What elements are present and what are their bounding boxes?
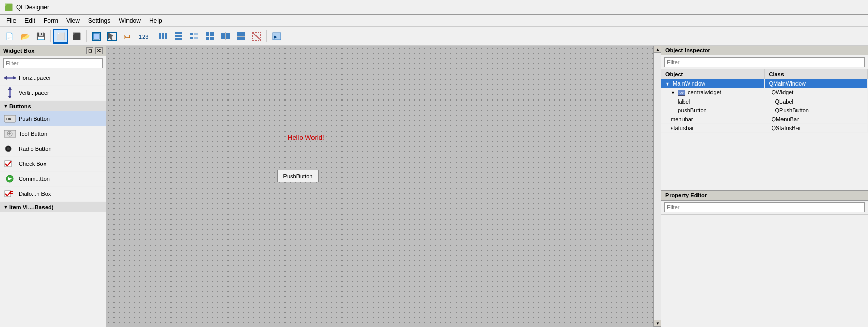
dialog-button-icon [4,188,16,200]
buttons-category[interactable]: ▾ Buttons [0,101,106,111]
toolbar-new[interactable]: 📄 [2,29,17,44]
property-editor-header: Property Editor [661,191,868,201]
app-icon: 🟩 [4,3,13,11]
svg-rect-8 [165,33,167,39]
toolbar-arrow-select[interactable] [105,29,119,44]
svg-rect-12 [190,33,193,35]
svg-point-43 [7,147,10,150]
scroll-up-arrow[interactable]: ▲ [654,46,661,53]
oi-col-object: Object [661,69,765,79]
widget-box: Widget Box ◻ ✕ Horiz...pacer Verti [0,46,106,327]
oi-statusbar-object: statusbar [661,124,767,132]
expand-arrow: ▼ [665,81,670,87]
menu-window[interactable]: Window [115,16,145,25]
object-inspector-title: Object Inspector [665,47,710,53]
menu-settings[interactable]: Settings [84,16,115,25]
toolbar-layout-grid[interactable] [203,29,217,44]
toolbar-signal-mode[interactable]: ⬛ [69,29,83,44]
property-editor-title: Property Editor [665,192,707,198]
menu-help[interactable]: Help [145,16,166,25]
oi-row-centralwidget[interactable]: ▼ W centralwidget QWidget [661,88,868,97]
oi-row-mainwindow[interactable]: ▼ MainWindow QMainWindow [661,79,868,88]
toolbar-sep-4 [266,30,267,42]
widget-box-close-btn[interactable]: ✕ [95,47,103,54]
widget-list: Horiz...pacer Verti...pacer ▾ Buttons OK… [0,70,106,327]
object-inspector-filter-input[interactable] [664,57,865,67]
oi-menubar-class: QMenuBar [767,115,869,123]
toolbar-sep-3 [153,30,153,42]
svg-rect-17 [210,32,214,36]
widget-item-push-button[interactable]: OK Push Button [0,111,106,126]
svg-rect-20 [221,33,225,39]
oi-row-menubar[interactable]: menubar QMenuBar [661,115,868,124]
widget-box-float-btn[interactable]: ◻ [86,47,93,54]
property-editor-filter-input[interactable] [664,202,865,212]
oi-row-statusbar[interactable]: statusbar QStatusBar [661,124,868,133]
item-views-category[interactable]: ▾ Item Vi...-Based) [0,202,106,212]
item-views-label: Item Vi...-Based) [9,204,53,210]
push-button-label: Push Button [19,116,50,122]
svg-rect-6 [159,33,161,39]
object-inspector: Object Inspector Object Class ▼ MainWind… [661,46,868,191]
svg-rect-14 [190,37,193,39]
widget-item-tool-button[interactable]: Tool Button [0,126,106,141]
oi-statusbar-class: QStatusBar [767,124,869,132]
widget-filter-input[interactable] [3,58,103,68]
tool-button-icon [4,128,16,139]
oi-col-class: Class [765,69,869,79]
scroll-track[interactable] [654,53,661,320]
object-inspector-table: Object Class ▼ MainWindow QMainWindow ▼ … [661,69,868,190]
toolbar-sep-1 [50,30,51,42]
menu-view[interactable]: View [62,16,84,25]
widget-item-vert-pacer[interactable]: Verti...pacer [0,86,106,101]
toolbar-layout-hsp[interactable] [218,29,233,44]
widget-box-header: Widget Box ◻ ✕ [0,46,106,56]
canvas-scrollbar[interactable]: ▲ ▼ [653,46,661,327]
push-button-on-canvas[interactable]: PushButton [277,170,319,182]
canvas[interactable]: Hello World! PushButton [106,46,653,327]
toolbar-save[interactable]: 💾 [33,29,48,44]
toolbar-break-layout[interactable] [249,29,264,44]
toolbar-select[interactable] [89,29,104,44]
oi-row-label[interactable]: label QLabel [661,97,868,106]
menu-edit[interactable]: Edit [20,16,39,25]
svg-rect-21 [226,33,230,39]
toolbar-layout-v[interactable] [172,29,186,44]
oi-menubar-object: menubar [661,115,767,123]
svg-rect-7 [162,33,164,39]
oi-row-pushbutton[interactable]: pushButton QPushButton [661,106,868,115]
item-views-arrow: ▾ [4,204,7,210]
toolbar: 📄 📂 💾 ⬜ ⬛ 🏷 123 ▶ [0,27,868,46]
property-editor-filter-area [661,201,868,215]
svg-rect-11 [175,38,182,40]
check-box-icon [4,158,16,169]
tool-button-label: Tool Button [19,131,47,137]
centralwidget-icon: W [678,90,685,96]
toolbar-layout-h[interactable] [156,29,170,44]
widget-box-controls: ◻ ✕ [86,47,103,54]
comm-button-label: Comm...tton [19,176,50,182]
oi-label-class: QLabel [771,97,869,106]
horiz-pacer-label: Horiz...pacer [19,75,51,81]
comm-button-icon [4,173,16,184]
oi-mainwindow-class: QMainWindow [765,79,869,88]
toolbar-widget-mode[interactable]: ⬜ [53,29,68,44]
toolbar-tab-order[interactable]: 123 [136,29,150,44]
widget-item-radio-button[interactable]: Radio Button [0,141,106,157]
toolbar-open[interactable]: 📂 [18,29,32,44]
right-panels: Object Inspector Object Class ▼ MainWind… [661,46,868,327]
widget-item-comm-button[interactable]: Comm...tton [0,172,106,187]
toolbar-connect[interactable]: 🏷 [120,29,135,44]
svg-rect-24 [237,37,245,40]
toolbar-preview[interactable]: ▶ [269,29,284,44]
widget-item-horiz-pacer[interactable]: Horiz...pacer [0,70,106,86]
scroll-down-arrow[interactable]: ▼ [654,320,661,327]
widget-item-check-box[interactable]: Check Box [0,157,106,172]
menu-file[interactable]: File [2,16,20,25]
widget-item-dialog-button[interactable]: Dialo...n Box [0,187,106,202]
toolbar-layout-vsp[interactable] [234,29,248,44]
menu-form[interactable]: Form [39,16,62,25]
radio-button-label: Radio Button [19,146,52,152]
widget-box-title: Widget Box [3,48,34,54]
toolbar-layout-form[interactable] [187,29,202,44]
